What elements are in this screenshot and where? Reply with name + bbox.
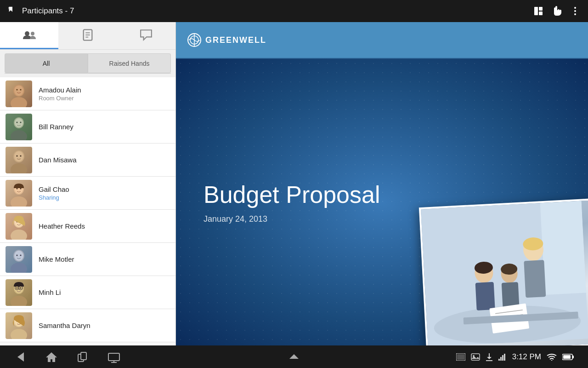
avatar <box>6 80 32 107</box>
participant-list: Amadou Alain Room Owner <box>0 77 175 345</box>
svg-point-18 <box>20 89 22 90</box>
greenwell-logo: GREENWELL <box>187 33 266 47</box>
participant-name: Samantha Daryn <box>39 322 170 329</box>
svg-rect-98 <box>563 355 571 359</box>
recents-button[interactable] <box>76 351 89 363</box>
home-button[interactable] <box>45 351 58 363</box>
svg-point-17 <box>17 89 18 90</box>
svg-point-9 <box>31 32 34 35</box>
svg-rect-86 <box>471 354 480 360</box>
svg-rect-70 <box>502 282 520 308</box>
slide-area: Budget Proposal January 24, 2013 <box>176 59 588 345</box>
list-item[interactable]: Minh Li <box>0 276 175 309</box>
svg-point-23 <box>20 121 22 123</box>
participant-name: Gail Chao <box>39 185 170 193</box>
more-menu-icon[interactable] <box>570 6 581 17</box>
list-item[interactable]: Bill Ranney <box>0 110 175 144</box>
participant-name: Heather Reeds <box>39 222 170 230</box>
status-time: 3:12 PM <box>512 352 541 362</box>
list-item[interactable]: Gail Chao Sharing <box>0 177 175 210</box>
svg-rect-94 <box>502 355 503 361</box>
svg-marker-76 <box>17 352 24 362</box>
svg-point-22 <box>17 121 18 123</box>
list-item[interactable]: Samantha Daryn <box>0 309 175 342</box>
svg-marker-90 <box>487 357 492 359</box>
filter-tabs: All Raised Hands <box>5 53 171 74</box>
top-bar-title: Participants - 7 <box>22 6 74 16</box>
list-item[interactable]: Dan Misawa <box>0 144 175 177</box>
participant-info: Mike Motler <box>39 255 170 263</box>
battery-icon <box>562 354 574 360</box>
download-icon <box>486 353 493 361</box>
participant-info: Minh Li <box>39 288 170 296</box>
participants-icon <box>7 6 17 16</box>
participant-name: Bill Ranney <box>39 123 170 131</box>
back-button[interactable] <box>14 351 27 363</box>
filter-raised-hands[interactable]: Raised Hands <box>88 53 171 73</box>
svg-rect-80 <box>108 353 119 361</box>
svg-rect-92 <box>498 359 500 361</box>
screenshot-icon <box>456 353 465 361</box>
filter-tabs-wrapper: All Raised Hands <box>0 50 175 77</box>
svg-marker-77 <box>46 352 57 362</box>
brand-name: GREENWELL <box>205 35 266 45</box>
hand-icon[interactable] <box>551 6 562 17</box>
tab-icons <box>0 22 175 50</box>
tab-participants[interactable] <box>0 22 58 49</box>
participant-info: Heather Reeds <box>39 222 170 230</box>
svg-point-27 <box>17 155 18 156</box>
svg-rect-99 <box>572 356 574 358</box>
layout-icon[interactable] <box>533 6 544 17</box>
tab-chat[interactable] <box>117 22 175 49</box>
avatar <box>6 147 32 173</box>
signal-icon <box>498 353 507 361</box>
svg-rect-79 <box>81 352 86 360</box>
svg-point-41 <box>11 263 27 273</box>
participant-name: Amadou Alain <box>39 86 170 94</box>
list-item[interactable]: Amadou Alain Room Owner <box>0 77 175 110</box>
svg-rect-61 <box>540 201 586 295</box>
top-bar-right <box>533 6 581 17</box>
avatar <box>6 180 32 207</box>
participant-role: Room Owner <box>39 95 170 102</box>
slide-title: Budget Proposal <box>204 180 380 209</box>
slide-image <box>419 198 588 345</box>
participant-info: Amadou Alain Room Owner <box>39 86 170 102</box>
image-icon <box>471 353 480 361</box>
filter-all[interactable]: All <box>5 53 88 73</box>
svg-point-46 <box>11 296 27 306</box>
svg-point-7 <box>574 13 576 15</box>
top-bar-left: Participants - 7 <box>7 6 74 16</box>
wifi-icon <box>547 353 557 361</box>
bottom-nav-left <box>14 351 120 363</box>
tab-notes[interactable] <box>58 22 117 49</box>
svg-rect-85 <box>457 354 464 360</box>
list-item[interactable]: Heather Reeds <box>0 210 175 243</box>
svg-point-31 <box>11 196 27 207</box>
slide-content: Budget Proposal January 24, 2013 <box>204 180 380 224</box>
svg-rect-3 <box>539 7 543 11</box>
svg-point-28 <box>20 155 22 156</box>
participant-name: Mike Motler <box>39 255 170 263</box>
svg-point-40 <box>14 251 23 261</box>
slide-date: January 24, 2013 <box>204 214 380 224</box>
bottom-nav-right: 3:12 PM <box>456 352 574 362</box>
participant-info: Samantha Daryn <box>39 322 170 329</box>
svg-rect-64 <box>524 260 546 298</box>
avatar <box>6 213 32 240</box>
right-panel: GREENWELL Budget Proposal January 24, 20… <box>176 22 588 345</box>
avatar <box>6 279 32 306</box>
bottom-bar: 3:12 PM <box>0 345 588 368</box>
svg-point-5 <box>574 7 576 9</box>
svg-marker-88 <box>471 356 480 359</box>
chevron-up-icon[interactable] <box>288 350 300 362</box>
svg-rect-95 <box>504 354 505 361</box>
svg-marker-83 <box>289 354 299 359</box>
svg-point-54 <box>11 329 27 339</box>
svg-point-42 <box>17 254 18 256</box>
svg-rect-2 <box>534 7 538 15</box>
left-panel: All Raised Hands <box>0 22 176 345</box>
screen-button[interactable] <box>107 351 120 363</box>
list-item[interactable]: Mike Motler <box>0 243 175 276</box>
svg-point-16 <box>11 97 27 107</box>
